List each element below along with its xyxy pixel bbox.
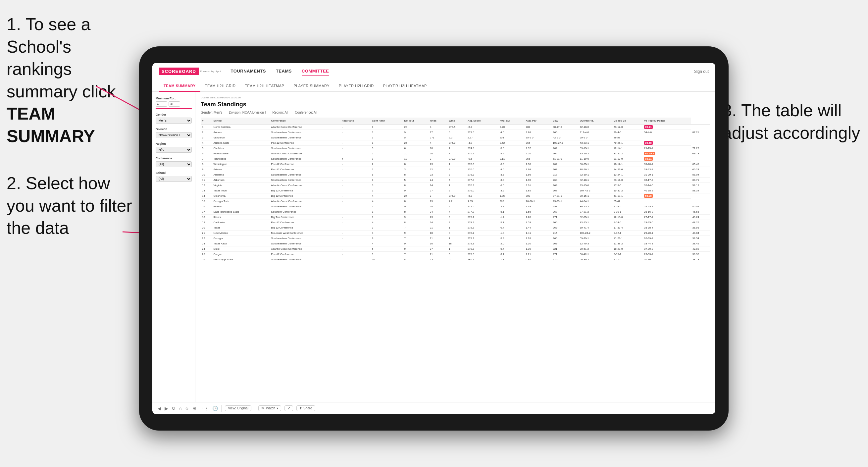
col-overall-rd: Overall Rd. <box>579 118 612 124</box>
table-cell: 17-33-4 <box>612 225 643 230</box>
share-btn[interactable]: ⬆ Share <box>297 405 315 411</box>
sub-nav-team-h2h-heatmap[interactable]: TEAM H2H HEATMAP <box>240 81 289 92</box>
table-cell: 29-25-0 <box>643 220 691 225</box>
back-icon[interactable]: ◀ <box>158 406 161 411</box>
table-cell: 4 <box>371 193 403 199</box>
home-icon[interactable]: ⌂ <box>179 406 182 411</box>
table-cell: 39-23-1 <box>643 167 691 172</box>
table-cell: 27 <box>429 130 447 135</box>
table-cell: 1.86 <box>525 172 552 178</box>
table-cell: Atlantic Coast Conference <box>270 246 340 252</box>
gender-select[interactable]: Men's Women's <box>156 118 192 124</box>
table-cell: 71.27 <box>691 146 710 151</box>
table-cell: 95-29-2 <box>579 151 612 156</box>
table-cell: 79-25-1 <box>612 141 643 146</box>
table-row: 13Texas TechBig 12 Conference-19272276.0… <box>201 188 710 193</box>
table-cell: 1 <box>447 236 466 241</box>
resize-btn[interactable]: ⤢ <box>284 405 293 411</box>
update-time: Update time: 27/03/2024 16:56:26 <box>201 96 710 99</box>
sub-nav-player-h2h-grid[interactable]: PLAYER H2H GRID <box>334 81 378 92</box>
table-cell: 3.01 <box>525 183 552 188</box>
table-cell: Southeastern Conference <box>270 257 340 262</box>
table-cell: 4 <box>371 220 403 225</box>
table-cell: 58.19 <box>691 183 710 188</box>
school-select[interactable]: (All) <box>156 176 192 182</box>
table-cell: 3 <box>371 225 403 230</box>
table-cell: 1 <box>447 146 466 151</box>
nav-link-teams[interactable]: TEAMS <box>276 67 292 75</box>
table-cell: 14-21-0 <box>612 167 643 172</box>
table-cell: 18-23-0 <box>612 246 643 252</box>
table-cell: 1 <box>447 246 466 252</box>
table-cell: 90-51-2 <box>579 246 612 252</box>
division-select[interactable]: NCAA Division I NCAA Division II NCAA Di… <box>156 132 192 138</box>
table-cell: 14 <box>201 193 212 199</box>
table-cell: 1.98 <box>525 162 552 167</box>
table-cell: 17 <box>201 209 212 215</box>
nav-link-committee[interactable]: COMMITTEE <box>302 67 329 75</box>
table-cell: 24 <box>429 183 447 188</box>
col-rnds: Rnds <box>429 118 447 124</box>
table-cell: 1.85 <box>498 193 525 199</box>
table-cell: -3.5 <box>498 188 525 193</box>
table-cell: 97-21-1 <box>551 193 578 199</box>
table-cell: - <box>340 225 371 230</box>
table-cell: 276.0 <box>466 167 498 172</box>
sub-nav-player-h2h-heatmap[interactable]: PLAYER H2H HEATMAP <box>378 81 432 92</box>
min-rank-max-input[interactable] <box>168 101 180 107</box>
table-cell: 44-24-1 <box>579 199 612 204</box>
table-cell: 18 <box>429 146 447 151</box>
grid-icon[interactable]: ⋮⋮ <box>200 406 209 411</box>
sign-out-button[interactable]: Sign out <box>694 69 709 74</box>
watch-btn[interactable]: 👁 Watch ▾ <box>258 405 281 411</box>
table-cell: 72-30-1 <box>579 172 612 178</box>
table-cell: -5.2 <box>466 124 498 130</box>
table-cell: 278.8 <box>466 225 498 230</box>
conference-select[interactable]: (All) Atlantic Coast Conference Southeas… <box>156 161 192 167</box>
table-cell: 6.2 <box>447 135 466 141</box>
table-cell: 2.70 <box>498 124 525 130</box>
table-cell: 1 <box>371 178 403 183</box>
table-cell: 31-19-0 <box>612 156 643 162</box>
table-cell: 2.20 <box>525 151 552 156</box>
clock-icon[interactable]: 🕐 <box>212 406 218 411</box>
table-cell: Texas Tech <box>212 188 270 193</box>
region-select[interactable]: N/A All Northeast South <box>156 147 192 153</box>
table-cell: 260 <box>551 130 578 135</box>
table-cell: - <box>340 209 371 215</box>
table-cell: Auburn <box>212 130 270 135</box>
table-cell: - <box>340 130 371 135</box>
nav-link-tournaments[interactable]: TOURNAMENTS <box>231 67 266 75</box>
bookmark-icon[interactable]: ☆ <box>185 406 189 411</box>
table-cell: Arizona <box>212 167 270 172</box>
view-original-btn[interactable]: View: Original <box>225 405 251 411</box>
table-cell: 268 <box>551 178 578 183</box>
table-cell: 3 <box>371 183 403 188</box>
table-cell: 80-25-2 <box>579 204 612 209</box>
table-cell: 85.58 <box>643 141 691 146</box>
screenshot-icon[interactable]: ⊞ <box>192 406 196 411</box>
table-cell: 42.88 <box>691 246 710 252</box>
table-cell: 264 <box>551 151 578 156</box>
min-rank-min-input[interactable] <box>156 101 167 107</box>
table-cell: 38.13 <box>691 257 710 262</box>
sub-nav-team-h2h-grid[interactable]: TEAM H2H GRID <box>200 81 241 92</box>
sub-nav-player-summary[interactable]: PLAYER SUMMARY <box>289 81 334 92</box>
table-cell: - <box>340 252 371 257</box>
table-cell: 4 <box>201 141 212 146</box>
table-cell: -1.8 <box>498 230 525 236</box>
forward-icon[interactable]: ▶ <box>164 406 168 411</box>
table-cell: 45.02 <box>691 204 710 209</box>
table-cell: 27-17-1 <box>643 215 691 220</box>
table-cell: 1 <box>371 188 403 193</box>
sub-nav-team-summary[interactable]: TEAM SUMMARY <box>159 81 200 92</box>
table-cell: -6.0 <box>498 183 525 188</box>
rank-slider[interactable] <box>156 108 192 109</box>
table-cell: 265 <box>498 199 525 204</box>
table-cell: 40-38-2 <box>643 188 691 193</box>
table-cell: 279.5 <box>466 252 498 257</box>
table-cell: 267 <box>551 188 578 193</box>
table-cell: 1.98 <box>525 167 552 172</box>
reload-icon[interactable]: ↻ <box>172 406 176 411</box>
table-row: 4Arizona StatePac-12 Conference-1264274.… <box>201 141 710 146</box>
